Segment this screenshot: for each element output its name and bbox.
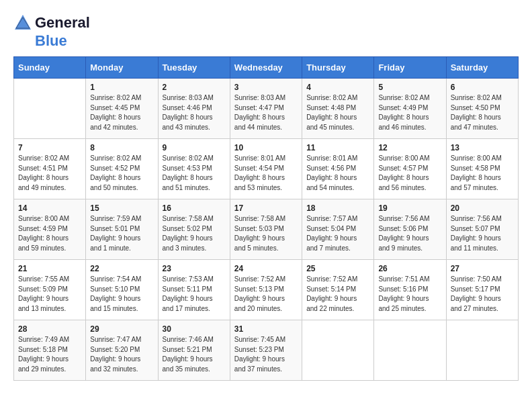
calendar-cell: 9Sunrise: 8:02 AM Sunset: 4:53 PM Daylig… bbox=[158, 139, 230, 199]
calendar-header: SundayMondayTuesdayWednesdayThursdayFrid… bbox=[14, 57, 519, 79]
page-header: General Blue bbox=[13, 13, 519, 50]
day-info: Sunrise: 7:50 AM Sunset: 5:17 PM Dayligh… bbox=[451, 275, 514, 314]
day-info: Sunrise: 7:52 AM Sunset: 5:14 PM Dayligh… bbox=[306, 275, 369, 314]
day-number: 12 bbox=[378, 143, 441, 152]
calendar-cell bbox=[374, 320, 446, 381]
day-info: Sunrise: 7:53 AM Sunset: 5:11 PM Dayligh… bbox=[163, 275, 226, 314]
day-info: Sunrise: 7:49 AM Sunset: 5:18 PM Dayligh… bbox=[18, 335, 81, 374]
day-number: 24 bbox=[234, 264, 298, 273]
calendar-cell: 11Sunrise: 8:01 AM Sunset: 4:56 PM Dayli… bbox=[302, 139, 374, 199]
calendar-cell: 31Sunrise: 7:45 AM Sunset: 5:23 PM Dayli… bbox=[230, 320, 302, 381]
weekday-header: Sunday bbox=[14, 57, 86, 79]
calendar-cell: 23Sunrise: 7:53 AM Sunset: 5:11 PM Dayli… bbox=[158, 260, 230, 320]
calendar-cell: 8Sunrise: 8:02 AM Sunset: 4:52 PM Daylig… bbox=[86, 139, 158, 199]
svg-marker-0 bbox=[15, 15, 31, 30]
calendar-cell: 22Sunrise: 7:54 AM Sunset: 5:10 PM Dayli… bbox=[86, 260, 158, 320]
day-info: Sunrise: 8:02 AM Sunset: 4:45 PM Dayligh… bbox=[90, 93, 153, 132]
day-info: Sunrise: 8:02 AM Sunset: 4:49 PM Dayligh… bbox=[378, 93, 441, 132]
calendar-cell: 6Sunrise: 8:02 AM Sunset: 4:50 PM Daylig… bbox=[446, 79, 518, 139]
calendar-cell: 10Sunrise: 8:01 AM Sunset: 4:54 PM Dayli… bbox=[230, 139, 302, 199]
day-info: Sunrise: 7:59 AM Sunset: 5:01 PM Dayligh… bbox=[90, 214, 153, 253]
day-number: 28 bbox=[18, 324, 81, 334]
calendar-cell: 13Sunrise: 8:00 AM Sunset: 4:58 PM Dayli… bbox=[446, 139, 518, 199]
day-info: Sunrise: 8:01 AM Sunset: 4:54 PM Dayligh… bbox=[234, 154, 298, 193]
day-info: Sunrise: 7:56 AM Sunset: 5:06 PM Dayligh… bbox=[378, 214, 441, 253]
calendar-table: SundayMondayTuesdayWednesdayThursdayFrid… bbox=[13, 56, 519, 381]
calendar-cell: 12Sunrise: 8:00 AM Sunset: 4:57 PM Dayli… bbox=[374, 139, 446, 199]
logo-blue-text: Blue bbox=[35, 32, 67, 50]
day-info: Sunrise: 8:02 AM Sunset: 4:48 PM Dayligh… bbox=[306, 93, 369, 132]
day-number: 8 bbox=[90, 143, 153, 152]
day-info: Sunrise: 7:52 AM Sunset: 5:13 PM Dayligh… bbox=[234, 275, 298, 314]
day-info: Sunrise: 8:02 AM Sunset: 4:51 PM Dayligh… bbox=[18, 154, 81, 193]
calendar-cell: 16Sunrise: 7:58 AM Sunset: 5:02 PM Dayli… bbox=[158, 199, 230, 260]
calendar-cell: 3Sunrise: 8:03 AM Sunset: 4:47 PM Daylig… bbox=[230, 79, 302, 139]
day-info: Sunrise: 8:02 AM Sunset: 4:52 PM Dayligh… bbox=[90, 154, 153, 193]
weekday-row: SundayMondayTuesdayWednesdayThursdayFrid… bbox=[14, 57, 519, 79]
day-number: 11 bbox=[306, 143, 369, 152]
logo: General Blue bbox=[13, 13, 90, 50]
day-number: 25 bbox=[306, 264, 369, 273]
day-info: Sunrise: 8:02 AM Sunset: 4:50 PM Dayligh… bbox=[451, 93, 514, 132]
day-number: 15 bbox=[90, 203, 153, 213]
day-number: 20 bbox=[451, 203, 514, 213]
calendar-cell: 29Sunrise: 7:47 AM Sunset: 5:20 PM Dayli… bbox=[86, 320, 158, 381]
day-info: Sunrise: 8:00 AM Sunset: 4:58 PM Dayligh… bbox=[451, 154, 514, 193]
calendar-cell: 17Sunrise: 7:58 AM Sunset: 5:03 PM Dayli… bbox=[230, 199, 302, 260]
calendar-cell bbox=[14, 79, 86, 139]
logo-icon bbox=[13, 13, 32, 32]
week-row: 21Sunrise: 7:55 AM Sunset: 5:09 PM Dayli… bbox=[14, 260, 519, 320]
day-info: Sunrise: 8:03 AM Sunset: 4:46 PM Dayligh… bbox=[163, 93, 226, 132]
calendar-cell: 28Sunrise: 7:49 AM Sunset: 5:18 PM Dayli… bbox=[14, 320, 86, 381]
calendar-cell: 26Sunrise: 7:51 AM Sunset: 5:16 PM Dayli… bbox=[374, 260, 446, 320]
day-info: Sunrise: 7:54 AM Sunset: 5:10 PM Dayligh… bbox=[90, 275, 153, 314]
calendar-cell: 4Sunrise: 8:02 AM Sunset: 4:48 PM Daylig… bbox=[302, 79, 374, 139]
day-number: 14 bbox=[18, 203, 81, 213]
calendar-body: 1Sunrise: 8:02 AM Sunset: 4:45 PM Daylig… bbox=[14, 79, 519, 381]
day-info: Sunrise: 8:00 AM Sunset: 4:57 PM Dayligh… bbox=[378, 154, 441, 193]
day-number: 16 bbox=[163, 203, 226, 213]
week-row: 28Sunrise: 7:49 AM Sunset: 5:18 PM Dayli… bbox=[14, 320, 519, 381]
calendar-cell: 7Sunrise: 8:02 AM Sunset: 4:51 PM Daylig… bbox=[14, 139, 86, 199]
day-info: Sunrise: 8:03 AM Sunset: 4:47 PM Dayligh… bbox=[234, 93, 298, 132]
calendar-cell: 25Sunrise: 7:52 AM Sunset: 5:14 PM Dayli… bbox=[302, 260, 374, 320]
day-info: Sunrise: 8:01 AM Sunset: 4:56 PM Dayligh… bbox=[306, 154, 369, 193]
day-number: 6 bbox=[451, 83, 514, 92]
day-info: Sunrise: 7:51 AM Sunset: 5:16 PM Dayligh… bbox=[378, 275, 441, 314]
day-number: 23 bbox=[163, 264, 226, 273]
calendar-cell: 19Sunrise: 7:56 AM Sunset: 5:06 PM Dayli… bbox=[374, 199, 446, 260]
day-number: 21 bbox=[18, 264, 81, 273]
day-number: 1 bbox=[90, 83, 153, 92]
day-info: Sunrise: 7:47 AM Sunset: 5:20 PM Dayligh… bbox=[90, 335, 153, 374]
weekday-header: Thursday bbox=[302, 57, 374, 79]
week-row: 1Sunrise: 8:02 AM Sunset: 4:45 PM Daylig… bbox=[14, 79, 519, 139]
calendar-cell: 18Sunrise: 7:57 AM Sunset: 5:04 PM Dayli… bbox=[302, 199, 374, 260]
weekday-header: Monday bbox=[86, 57, 158, 79]
day-number: 2 bbox=[163, 83, 226, 92]
week-row: 7Sunrise: 8:02 AM Sunset: 4:51 PM Daylig… bbox=[14, 139, 519, 199]
day-number: 5 bbox=[378, 83, 441, 92]
calendar-cell bbox=[446, 320, 518, 381]
day-number: 3 bbox=[234, 83, 298, 92]
logo-general-text: General bbox=[35, 14, 90, 32]
day-number: 13 bbox=[451, 143, 514, 152]
day-number: 26 bbox=[378, 264, 441, 273]
day-info: Sunrise: 7:56 AM Sunset: 5:07 PM Dayligh… bbox=[451, 214, 514, 253]
calendar-cell: 5Sunrise: 8:02 AM Sunset: 4:49 PM Daylig… bbox=[374, 79, 446, 139]
day-info: Sunrise: 8:00 AM Sunset: 4:59 PM Dayligh… bbox=[18, 214, 81, 253]
day-number: 10 bbox=[234, 143, 298, 152]
day-info: Sunrise: 7:58 AM Sunset: 5:02 PM Dayligh… bbox=[163, 214, 226, 253]
day-number: 22 bbox=[90, 264, 153, 273]
weekday-header: Saturday bbox=[446, 57, 518, 79]
day-info: Sunrise: 7:58 AM Sunset: 5:03 PM Dayligh… bbox=[234, 214, 298, 253]
day-number: 30 bbox=[163, 324, 226, 334]
calendar-cell: 2Sunrise: 8:03 AM Sunset: 4:46 PM Daylig… bbox=[158, 79, 230, 139]
calendar-cell: 24Sunrise: 7:52 AM Sunset: 5:13 PM Dayli… bbox=[230, 260, 302, 320]
day-number: 29 bbox=[90, 324, 153, 334]
weekday-header: Tuesday bbox=[158, 57, 230, 79]
day-number: 31 bbox=[234, 324, 298, 334]
day-number: 4 bbox=[306, 83, 369, 92]
day-number: 18 bbox=[306, 203, 369, 213]
day-info: Sunrise: 7:57 AM Sunset: 5:04 PM Dayligh… bbox=[306, 214, 369, 253]
day-number: 7 bbox=[18, 143, 81, 152]
